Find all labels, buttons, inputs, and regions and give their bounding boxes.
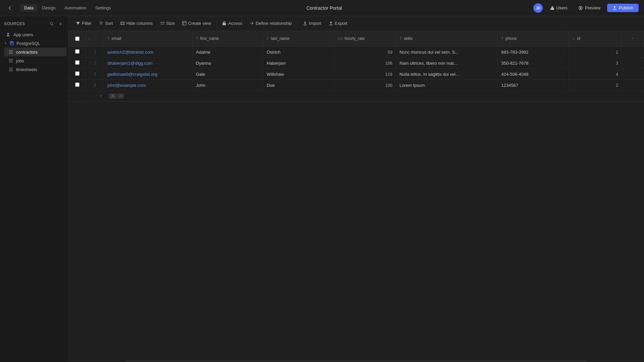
add-row-button[interactable]: + ⌘ ↵ [95,91,644,101]
preview-button[interactable]: Preview [574,4,604,12]
col-header-hourly-rate[interactable]: 123 hourly_rate [334,31,396,47]
row-3-checkbox-cell[interactable] [68,80,86,91]
sidebar-add-button[interactable] [57,20,64,27]
row-2-email[interactable]: gwillshaw0@craigslist.org [104,69,193,80]
user-avatar[interactable]: JD [533,3,543,13]
tab-design[interactable]: Design [38,4,59,12]
row-0-skills[interactable]: Nunc rhoncus dui vel sem. S... [396,47,498,58]
col-header-checkbox[interactable] [68,31,86,47]
data-table: + T email T first_name [68,31,644,91]
toolbar-sep-2 [297,20,298,27]
row-0-checkbox-cell[interactable] [68,47,86,58]
timesheets-label: timesheets [16,67,37,72]
row-3-skills[interactable]: Lorem Ipsum [396,80,498,91]
row-2-last-name[interactable]: Willshaw [263,69,334,80]
row-checkbox[interactable] [75,71,79,76]
access-button[interactable]: Access [219,19,246,27]
row-2-skills[interactable]: Nulla tellus. In sagittis dui vel... [396,69,498,80]
row-3-email[interactable]: john@example.com [104,80,193,91]
row-3-num: 4 [86,80,104,91]
row-2-hourly-rate[interactable]: 119 [334,69,396,80]
row-2-phone[interactable]: 424-506-4048 [498,69,569,80]
sidebar-search-button[interactable] [48,20,55,27]
create-view-button[interactable]: Create view [179,19,215,27]
table-row[interactable]: 1aostrich2@blinklist.comAdalineOstrich59… [68,47,644,58]
size-button[interactable]: Size [157,19,178,27]
tab-automation[interactable]: Automation [60,4,91,12]
sidebar-group-postgresql-header[interactable]: ▼ PostgreSQL [0,39,68,48]
col-header-email[interactable]: T email [104,31,193,47]
hide-columns-button[interactable]: Hide columns [117,19,156,27]
table-row[interactable]: 2dhaberjam1@digg.comDyannaHaberjam106Nam… [68,58,644,69]
row-checkbox[interactable] [75,60,79,65]
add-row-plus-icon: + [99,93,102,99]
row-2-id[interactable]: 4 [569,69,622,80]
users-button[interactable]: Users [545,4,572,12]
sort-button[interactable]: Sort [96,19,116,27]
col-header-first-name[interactable]: T first_name [192,31,263,47]
app-users-icon [5,32,11,37]
svg-point-1 [580,7,581,8]
col-header-id[interactable]: ⤢ id [569,31,622,47]
row-3-phone[interactable]: 1234567 [498,80,569,91]
back-button[interactable] [5,3,15,13]
horizontal-scrollbar[interactable] [68,360,644,362]
export-button[interactable]: Export [325,19,351,27]
svg-rect-14 [182,21,186,25]
row-3-hourly-rate[interactable]: 100 [334,80,396,91]
col-header-skills[interactable]: T skills [396,31,498,47]
row-0-first-name[interactable]: Adaline [192,47,263,58]
row-3-id[interactable]: 2 [569,80,622,91]
row-3-first-name[interactable]: John [192,80,263,91]
tab-settings[interactable]: Settings [91,4,115,12]
row-checkbox[interactable] [75,82,79,87]
nav-right: JD Users Preview Publish [533,3,639,13]
size-icon [160,21,165,25]
row-0-last-name[interactable]: Ostrich [263,47,334,58]
top-nav: Data Design Automation Settings Contract… [0,0,644,16]
export-icon [329,21,333,25]
row-1-hourly-rate[interactable]: 106 [334,58,396,69]
add-col-small[interactable]: + [88,37,90,41]
row-1-email[interactable]: dhaberjam1@digg.com [104,58,193,69]
col-header-add[interactable]: + [622,31,644,47]
row-3-last-name[interactable]: Doe [263,80,334,91]
sidebar-item-timesheets[interactable]: timesheets [4,65,67,74]
row-1-empty [622,58,644,69]
row-2-first-name[interactable]: Gale [192,69,263,80]
table-container[interactable]: + T email T first_name [68,31,644,360]
row-1-last-name[interactable]: Haberjam [263,58,334,69]
publish-button[interactable]: Publish [607,4,639,12]
row-1-phone[interactable]: 350-821-7678 [498,58,569,69]
col-header-phone[interactable]: T phone [498,31,569,47]
sidebar-item-contractors[interactable]: contractors [4,48,67,56]
table-icon-jobs [8,58,13,63]
row-1-checkbox-cell[interactable] [68,58,86,69]
table-row[interactable]: 3gwillshaw0@craigslist.orgGaleWillshaw11… [68,69,644,80]
row-1-skills[interactable]: Nam ultrices, libero non mat... [396,58,498,69]
publish-icon [612,6,617,10]
row-0-email[interactable]: aostrich2@blinklist.com [104,47,193,58]
users-icon [549,6,554,10]
filter-button[interactable]: Filter [72,19,95,27]
sidebar-title: Sources [4,21,25,26]
row-0-hourly-rate[interactable]: 59 [334,47,396,58]
svg-rect-12 [9,70,12,71]
sidebar-item-jobs[interactable]: jobs [4,56,67,65]
select-all-checkbox[interactable] [75,37,79,41]
add-column-button[interactable]: + [623,34,642,44]
row-1-id[interactable]: 3 [569,58,622,69]
table-row[interactable]: 4john@example.comJohnDoe100Lorem Ipsum12… [68,80,644,91]
sidebar-item-app-users[interactable]: App users [1,30,67,39]
app-title: Contractor Portal [118,5,531,11]
row-0-phone[interactable]: 683-783-3982 [498,47,569,58]
row-checkbox[interactable] [75,49,79,54]
col-header-last-name[interactable]: T last_name [263,31,334,47]
row-0-id[interactable]: 1 [569,47,622,58]
tab-data[interactable]: Data [20,4,37,12]
svg-rect-8 [9,60,12,61]
row-1-first-name[interactable]: Dyanna [192,58,263,69]
define-relationship-button[interactable]: Define relationship [246,19,295,27]
import-button[interactable]: Import [300,19,325,27]
row-2-checkbox-cell[interactable] [68,69,86,80]
